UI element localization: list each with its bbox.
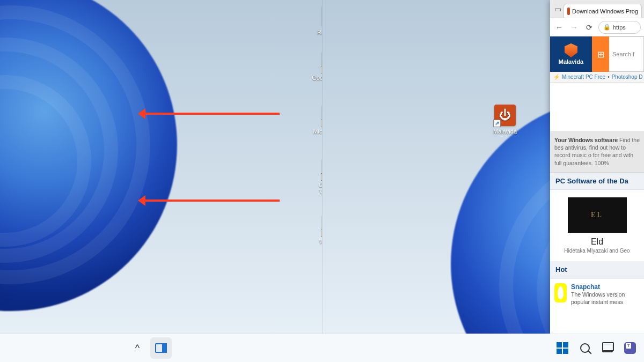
site-logo[interactable]: Malavida: [550, 36, 592, 72]
desktop-icon-google-chrome[interactable]: ↗ Google Chrome: [311, 51, 322, 81]
potd-thumbnail: EL: [568, 197, 627, 233]
potd-subtitle: Hidetaka Miyazaki and Geo: [550, 247, 644, 254]
quick-link[interactable]: Minecraft PC Free: [562, 74, 605, 80]
icon-label: Google Chrome: [312, 75, 322, 81]
search-button[interactable]: [574, 337, 596, 359]
virtual-desktop-right: ↗ Malavida ▭ Download Windows Prog ← → ⟳…: [322, 0, 644, 334]
hot-item-title: Snapchat: [571, 283, 640, 292]
task-view-icon: [155, 343, 167, 353]
icon-label: Malavida: [493, 128, 517, 135]
bolt-icon: ⚡: [553, 74, 560, 80]
logo-text: Malavida: [559, 58, 583, 65]
annotation-arrow: [140, 113, 280, 115]
software-of-the-day[interactable]: EL Eld Hidetaka Miyazaki and Geo: [550, 190, 644, 261]
lock-icon: 🔒: [603, 24, 611, 31]
browser-tab-strip: ▭ Download Windows Prog: [550, 0, 644, 18]
start-button[interactable]: [552, 337, 573, 359]
quick-link[interactable]: Photoshop D: [612, 74, 643, 80]
browser-toolbar: ← → ⟳ 🔒 https: [550, 18, 644, 36]
browser-tab[interactable]: Download Windows Prog: [564, 4, 642, 18]
section-heading: PC Software of the Da: [550, 173, 644, 190]
address-bar[interactable]: 🔒 https: [598, 21, 641, 34]
task-view-button[interactable]: [597, 337, 618, 359]
taskbar-right[interactable]: [322, 334, 644, 362]
icon-label: Recycle Bin: [317, 29, 322, 35]
promo-banner: Your Windows software Find the bes antiv…: [550, 131, 644, 173]
virtual-desktop-left: Recycle Bin ↗ Google Chrome ↗ Microsoft …: [0, 0, 322, 334]
back-button[interactable]: ←: [553, 21, 565, 33]
hot-item-desc: The Windows version popular instant mess: [571, 291, 625, 305]
hot-list-item[interactable]: Snapchat The Windows version popular ins…: [550, 278, 644, 311]
tab-title: Download Windows Prog: [572, 8, 638, 14]
task-view-icon: [602, 344, 613, 352]
shield-icon: [565, 43, 577, 57]
taskbar-left[interactable]: ^: [0, 334, 322, 362]
snapchat-icon: [554, 283, 567, 302]
forward-button[interactable]: →: [568, 21, 580, 33]
icon-label: Microsoft Edge: [313, 128, 322, 135]
desktop-icon-whatsapp[interactable]: ↗ WhatsApp: [311, 215, 322, 245]
desktop-icon-virtualbox[interactable]: ↗ Oracle VM VirtualBox: [311, 158, 322, 195]
windows-logo-icon: [557, 342, 568, 354]
task-view-button[interactable]: [150, 337, 172, 359]
desktop-icon-recycle-bin[interactable]: Recycle Bin: [311, 5, 322, 35]
chat-button[interactable]: [619, 337, 641, 359]
site-search-input[interactable]: Search f: [609, 36, 644, 72]
search-icon: [580, 343, 590, 353]
platform-tab-windows[interactable]: ⊞: [592, 36, 609, 72]
annotation-arrow: [140, 200, 280, 202]
potd-title: Eld: [550, 237, 644, 247]
desktop-icon-malavida[interactable]: ↗ Malavida: [484, 105, 526, 135]
quick-links-bar: ⚡ Minecraft PC Free • Photoshop D: [550, 72, 644, 83]
site-header: Malavida ⊞ Search f: [550, 36, 644, 72]
tab-actions-button[interactable]: ▭: [552, 3, 564, 15]
malavida-icon: ↗: [494, 105, 516, 126]
refresh-button[interactable]: ⟳: [583, 21, 595, 33]
search-placeholder: Search f: [612, 51, 634, 57]
chat-icon: [624, 342, 636, 354]
browser-window[interactable]: ▭ Download Windows Prog ← → ⟳ 🔒 https: [550, 0, 644, 334]
desktop-icon-microsoft-edge[interactable]: ↗ Microsoft Edge: [311, 105, 322, 135]
section-heading: Hot: [550, 261, 644, 278]
favicon-icon: [567, 8, 570, 15]
url-text: https: [613, 24, 626, 31]
tray-overflow-button[interactable]: ^: [127, 337, 148, 359]
